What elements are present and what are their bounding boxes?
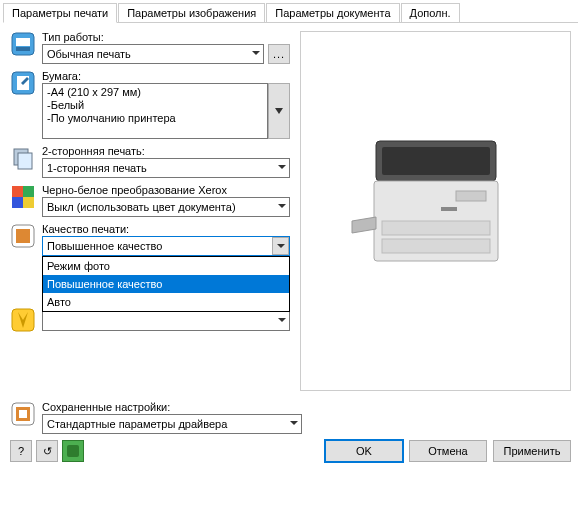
color-icon xyxy=(10,184,36,210)
svg-rect-7 xyxy=(12,186,23,197)
paper-dropdown-button[interactable] xyxy=(268,83,290,139)
svg-rect-1 xyxy=(16,38,30,46)
svg-rect-2 xyxy=(16,47,30,51)
quality-option-auto[interactable]: Авто xyxy=(43,293,289,311)
apply-button[interactable]: Применить xyxy=(493,440,571,462)
job-type-label: Тип работы: xyxy=(42,31,290,43)
paper-line: -По умолчанию принтера xyxy=(47,112,263,125)
reset-button[interactable]: ↺ xyxy=(36,440,58,462)
quality-option-enhanced[interactable]: Повышенное качество xyxy=(43,275,289,293)
paper-line: -A4 (210 x 297 мм) xyxy=(47,86,263,99)
job-type-icon xyxy=(10,31,36,57)
help-button[interactable]: ? xyxy=(10,440,32,462)
svg-rect-21 xyxy=(441,207,457,211)
tab-bar: Параметры печати Параметры изображения П… xyxy=(3,3,578,23)
saved-settings-select[interactable]: Стандартные параметры драйвера xyxy=(42,414,302,434)
quality-label: Качество печати: xyxy=(42,223,290,235)
paper-list[interactable]: -A4 (210 x 297 мм) -Белый -По умолчанию … xyxy=(42,83,268,139)
svg-rect-8 xyxy=(23,186,34,197)
tab-image-options[interactable]: Параметры изображения xyxy=(118,3,265,22)
tab-print-options[interactable]: Параметры печати xyxy=(3,3,117,23)
svg-rect-17 xyxy=(382,221,490,235)
svg-rect-6 xyxy=(18,153,32,169)
presets-icon xyxy=(10,307,36,333)
quality-icon xyxy=(10,223,36,249)
tab-document-options[interactable]: Параметры документа xyxy=(266,3,399,22)
duplex-label: 2-сторонняя печать: xyxy=(42,145,290,157)
svg-rect-9 xyxy=(12,197,23,208)
svg-rect-18 xyxy=(382,239,490,253)
svg-rect-24 xyxy=(19,410,27,418)
quality-option-photo[interactable]: Режим фото xyxy=(43,257,289,275)
paper-line: -Белый xyxy=(47,99,263,112)
quality-dropdown-button[interactable] xyxy=(272,237,289,255)
quality-select[interactable]: Повышенное качество xyxy=(42,236,290,256)
svg-rect-19 xyxy=(456,191,486,201)
saved-settings-label: Сохраненные настройки: xyxy=(42,401,571,413)
bw-select[interactable]: Выкл (использовать цвет документа) xyxy=(42,197,290,217)
tab-advanced[interactable]: Дополн. xyxy=(401,3,460,22)
svg-rect-12 xyxy=(16,229,30,243)
paper-label: Бумага: xyxy=(42,70,290,82)
cancel-button[interactable]: Отмена xyxy=(409,440,487,462)
job-type-more-button[interactable]: ... xyxy=(268,44,290,64)
duplex-icon xyxy=(10,145,36,171)
svg-rect-10 xyxy=(23,197,34,208)
job-type-select[interactable]: Обычная печать xyxy=(42,44,264,64)
svg-rect-15 xyxy=(382,147,490,175)
bw-label: Черно-белое преобразование Xerox xyxy=(42,184,290,196)
duplex-select[interactable]: 1-сторонняя печать xyxy=(42,158,290,178)
quality-dropdown: Режим фото Повышенное качество Авто xyxy=(42,256,290,312)
presets-select[interactable] xyxy=(42,311,290,331)
svg-marker-20 xyxy=(352,217,376,233)
eco-button[interactable] xyxy=(62,440,84,462)
ok-button[interactable]: OK xyxy=(325,440,403,462)
printer-preview xyxy=(300,31,571,391)
saved-settings-icon xyxy=(10,401,36,427)
printer-image xyxy=(346,121,526,301)
paper-icon xyxy=(10,70,36,96)
